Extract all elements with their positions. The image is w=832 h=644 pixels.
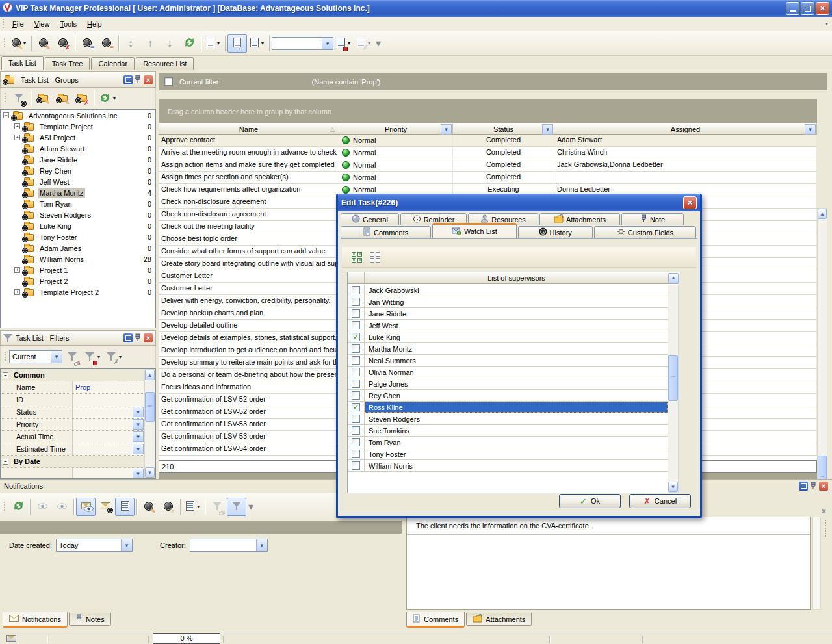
toolbar-grip[interactable]: [3, 38, 6, 49]
chevron-down-icon[interactable]: ▾: [121, 539, 132, 551]
filter-preset-select[interactable]: Current▾: [9, 350, 62, 363]
filter-field-estimated-time[interactable]: Estimated Time▾: [1, 443, 144, 456]
filter-field-name[interactable]: NameProp: [1, 381, 144, 394]
supervisor-row-jan-witting[interactable]: Jan Witting: [348, 296, 668, 308]
column-header-status[interactable]: Status▾: [453, 123, 554, 135]
menu-file[interactable]: File: [7, 18, 29, 30]
new-group-button[interactable]: ✎: [33, 89, 53, 107]
tab-notifications[interactable]: Notifications: [3, 612, 68, 628]
preview-pane-button[interactable]: [76, 498, 96, 516]
delete-group-button[interactable]: ✗: [72, 89, 92, 107]
date-created-select[interactable]: Today ▾: [56, 539, 133, 552]
column-header-priority[interactable]: Priority▾: [339, 123, 453, 135]
checkbox[interactable]: [352, 391, 360, 400]
checkbox[interactable]: [352, 380, 360, 388]
filter-groups-button[interactable]: [9, 89, 29, 107]
checkbox[interactable]: [352, 415, 360, 423]
menu-overflow-icon[interactable]: ▾: [826, 21, 832, 27]
notifications-filter-button[interactable]: [227, 498, 246, 516]
chevron-down-icon[interactable]: ▾: [133, 431, 144, 442]
checkbox[interactable]: [352, 438, 360, 446]
filter-group-common[interactable]: −Common: [1, 369, 144, 381]
apply-filter-button[interactable]: [62, 348, 82, 366]
expand-icon[interactable]: +: [14, 289, 20, 295]
tree-item-luke-king[interactable]: Luke King0: [1, 220, 155, 231]
details-pane-button[interactable]: [115, 498, 135, 516]
collapse-icon[interactable]: −: [3, 372, 8, 378]
scroll-down-icon[interactable]: ▼: [145, 467, 155, 478]
supervisor-row-sue-tomkins[interactable]: Sue Tomkins: [348, 425, 668, 437]
notifications-layout-button[interactable]: ▾: [183, 498, 203, 516]
ok-button[interactable]: ✓Ok: [559, 494, 621, 508]
checkbox[interactable]: [352, 286, 360, 294]
tree-item-project-1[interactable]: +Project 10: [1, 264, 155, 276]
checkbox[interactable]: ✓: [352, 333, 360, 341]
panel-close-icon[interactable]: ×: [144, 333, 153, 342]
print-preview-button[interactable]: ▾: [203, 34, 223, 53]
dialog-tab-attachments[interactable]: Attachments: [540, 213, 620, 225]
panel-maximize-icon[interactable]: [799, 482, 808, 491]
dialog-tab-comments[interactable]: Comments: [341, 226, 431, 238]
checkbox[interactable]: [352, 298, 360, 306]
checkbox[interactable]: ✓: [352, 403, 360, 411]
refresh-button[interactable]: [179, 34, 199, 53]
dialog-tab-history[interactable]: History: [518, 226, 593, 238]
tree-item-steven-rodgers[interactable]: Steven Rodgers0: [1, 209, 155, 220]
column-header-assigned[interactable]: Assigned▾: [554, 123, 817, 135]
task-row[interactable]: Approve contractNormalCompletedAdam Stew…: [159, 135, 817, 147]
task-row[interactable]: Assign times per section and speaker(s)N…: [159, 172, 817, 184]
tab-calendar[interactable]: Calendar: [91, 57, 135, 70]
dialog-tab-general[interactable]: General: [341, 213, 399, 225]
toolbar-overflow-icon[interactable]: ▾: [374, 34, 383, 53]
task-notification-button[interactable]: [96, 498, 115, 516]
fit-columns-button[interactable]: ↔: [228, 34, 247, 53]
refresh-groups-button[interactable]: ▾: [96, 89, 119, 107]
chevron-down-icon[interactable]: ▾: [441, 124, 452, 135]
filter-field-actual-time[interactable]: Actual Time▾: [1, 431, 144, 443]
delete-layout-button[interactable]: ✗▾: [354, 34, 374, 53]
menu-help[interactable]: Help: [82, 18, 107, 30]
panel-close-icon[interactable]: ×: [144, 75, 153, 84]
supervisor-row-jack-grabowski[interactable]: Jack Grabowski: [348, 285, 668, 296]
tree-item-adam-stewart[interactable]: Adam Stewart0: [1, 143, 155, 154]
chevron-down-icon[interactable]: ▾: [805, 124, 816, 135]
tree-item-tony-foster[interactable]: Tony Foster0: [1, 231, 155, 242]
accept-task-button[interactable]: ☞: [159, 498, 178, 516]
supervisor-row-tom-ryan[interactable]: Tom Ryan: [348, 437, 668, 448]
filter-field-status[interactable]: Status▾: [1, 406, 144, 419]
filter-field-id[interactable]: ID: [1, 394, 144, 406]
checkbox[interactable]: [352, 461, 360, 470]
tree-item-rey-chen[interactable]: Rey Chen0: [1, 165, 155, 176]
filter-checkbox[interactable]: [164, 77, 173, 86]
dialog-tab-watch-list[interactable]: Watch List: [432, 223, 516, 238]
checkbox[interactable]: [352, 426, 360, 435]
checkbox[interactable]: [352, 344, 360, 353]
edit-notification-task-button[interactable]: ✎: [139, 498, 159, 516]
tree-item-template-project[interactable]: +Template Project0: [1, 121, 155, 132]
toolbar-overflow-icon[interactable]: ▾: [246, 498, 255, 516]
filter-field-priority[interactable]: Priority▾: [1, 419, 144, 431]
panel-maximize-icon[interactable]: [124, 333, 133, 342]
checkbox[interactable]: [352, 368, 360, 376]
tree-item-advantageous-solutions-inc[interactable]: −Advantageous Solutions Inc.0: [1, 110, 155, 121]
dialog-close-icon[interactable]: ×: [683, 196, 697, 209]
scroll-up-icon[interactable]: ▲: [818, 209, 827, 219]
filter-group-by-date[interactable]: −By Date: [1, 456, 144, 468]
chevron-down-icon[interactable]: ▾: [542, 124, 553, 135]
move-up-button[interactable]: ↑: [140, 34, 160, 53]
checkbox[interactable]: [352, 321, 360, 329]
tree-item-asi-project[interactable]: +ASI Project0: [1, 132, 155, 143]
uncheck-all-icon[interactable]: [368, 250, 382, 264]
tree-item-adam-james[interactable]: Adam James0: [1, 242, 155, 253]
minimize-button[interactable]: [786, 2, 800, 15]
panel-pin-icon[interactable]: [810, 482, 817, 491]
toolbar-grip[interactable]: [2, 19, 5, 29]
mark-unread-button[interactable]: [52, 498, 72, 516]
checkbox[interactable]: [352, 450, 360, 458]
creator-select[interactable]: ▾: [190, 539, 268, 552]
toolbar-grip[interactable]: [3, 502, 6, 512]
column-header-name[interactable]: Name△: [159, 123, 339, 135]
delete-task-button[interactable]: ✗: [53, 34, 73, 53]
clear-filter-button[interactable]: ✗▾: [103, 348, 125, 366]
scroll-up-icon[interactable]: ▲: [668, 273, 679, 283]
